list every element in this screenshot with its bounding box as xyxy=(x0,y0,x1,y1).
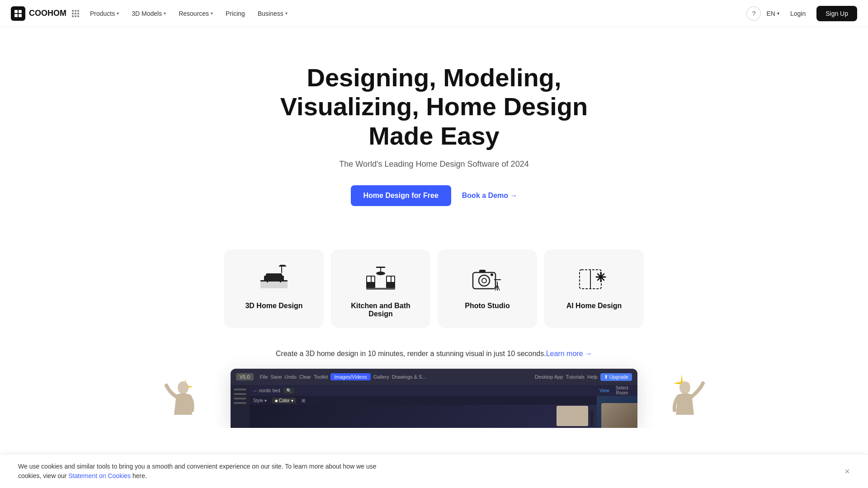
logo-svg xyxy=(14,9,23,18)
svg-point-25 xyxy=(482,278,486,283)
chevron-icon: ▾ xyxy=(211,11,213,16)
card-3d-home-design[interactable]: 3D Home Design xyxy=(224,249,324,328)
signup-button[interactable]: Sign Up xyxy=(816,6,857,21)
cta-primary-button[interactable]: Home Design for Free xyxy=(351,185,451,206)
cta-demo-button[interactable]: Book a Demo → xyxy=(462,192,518,200)
svg-point-27 xyxy=(491,273,493,276)
card-kitchen-bath[interactable]: Kitchen and Bath Design xyxy=(331,249,430,328)
card-label-kitchen: Kitchen and Bath Design xyxy=(343,302,419,318)
card-icon-3d xyxy=(256,263,292,295)
left-figure xyxy=(149,376,208,428)
chevron-icon: ▾ xyxy=(117,11,119,16)
card-photo-studio[interactable]: Photo Studio xyxy=(438,249,537,328)
language-selector[interactable]: EN ▾ xyxy=(766,10,779,17)
nav-3dmodels[interactable]: 3D Models ▾ xyxy=(126,6,171,21)
svg-rect-5 xyxy=(260,282,288,288)
nav-products[interactable]: Products ▾ xyxy=(85,6,124,21)
chevron-icon: ▾ xyxy=(164,11,166,16)
card-label-3d: 3D Home Design xyxy=(245,302,302,310)
svg-rect-0 xyxy=(14,10,18,13)
right-figure xyxy=(660,376,719,428)
svg-rect-2 xyxy=(14,14,18,17)
screenshot-description: Create a 3D home design in 10 minutes, r… xyxy=(0,350,868,358)
svg-rect-6 xyxy=(266,273,282,281)
svg-rect-26 xyxy=(479,270,486,273)
chevron-down-icon: ▾ xyxy=(777,11,779,16)
hero-title: Designing, Modeling, Visualizing, Home D… xyxy=(253,63,615,150)
feature-cards: 3D Home Design Kitchen and Bath Desi xyxy=(0,249,868,350)
chevron-icon: ▾ xyxy=(285,11,288,16)
svg-rect-13 xyxy=(376,267,385,268)
nav-links: Products ▾ 3D Models ▾ Resources ▾ Prici… xyxy=(85,6,746,21)
svg-rect-10 xyxy=(280,281,281,282)
svg-rect-21 xyxy=(392,277,394,282)
svg-point-38 xyxy=(178,381,189,394)
svg-rect-1 xyxy=(19,10,22,13)
help-button[interactable]: ? xyxy=(746,6,761,21)
logo[interactable]: COOHOM xyxy=(11,6,66,21)
grid-icon[interactable] xyxy=(72,10,79,17)
nav-business[interactable]: Business ▾ xyxy=(252,6,293,21)
svg-rect-11 xyxy=(281,267,282,273)
card-icon-kitchen xyxy=(363,263,399,295)
svg-rect-3 xyxy=(19,14,22,17)
nav-pricing[interactable]: Pricing xyxy=(220,6,250,21)
app-screenshot: V5.0 File Save Undo Clear Toolkit Images… xyxy=(231,369,637,428)
navbar: COOHOM Products ▾ 3D Models ▾ Resources … xyxy=(0,0,868,27)
browser-toolbar: V5.0 File Save Undo Clear Toolkit Images… xyxy=(231,369,637,385)
screenshot-section: Create a 3D home design in 10 minutes, r… xyxy=(0,350,868,428)
svg-rect-20 xyxy=(387,277,391,282)
svg-rect-7 xyxy=(264,276,268,281)
svg-rect-22 xyxy=(366,288,395,290)
card-label-photo: Photo Studio xyxy=(465,302,510,310)
nav-resources[interactable]: Resources ▾ xyxy=(173,6,218,21)
svg-rect-18 xyxy=(372,277,374,282)
svg-rect-17 xyxy=(367,277,371,282)
svg-marker-12 xyxy=(278,265,287,267)
login-button[interactable]: Login xyxy=(785,6,811,21)
card-icon-photo xyxy=(469,263,505,295)
nav-right: ? EN ▾ Login Sign Up xyxy=(746,6,857,21)
svg-rect-8 xyxy=(280,276,284,281)
card-label-ai: AI Home Design xyxy=(566,302,622,310)
app-content-area: ← nordic bed 🔍 Style ▾ ■ Color ▾ ⊞ xyxy=(231,385,637,428)
hero-subtitle: The World's Leading Home Design Software… xyxy=(11,160,857,169)
svg-point-24 xyxy=(479,275,490,286)
logo-icon xyxy=(11,6,25,21)
card-ai-home-design[interactable]: AI Home Design xyxy=(544,249,644,328)
card-icon-ai xyxy=(576,263,612,295)
svg-rect-9 xyxy=(267,281,268,282)
hero-buttons: Home Design for Free Book a Demo → xyxy=(11,185,857,206)
learn-more-link[interactable]: Learn more → xyxy=(546,350,592,357)
hero-section: Designing, Modeling, Visualizing, Home D… xyxy=(0,27,868,249)
brand-name: COOHOM xyxy=(29,9,66,18)
svg-point-39 xyxy=(679,381,690,394)
svg-point-15 xyxy=(376,272,385,275)
